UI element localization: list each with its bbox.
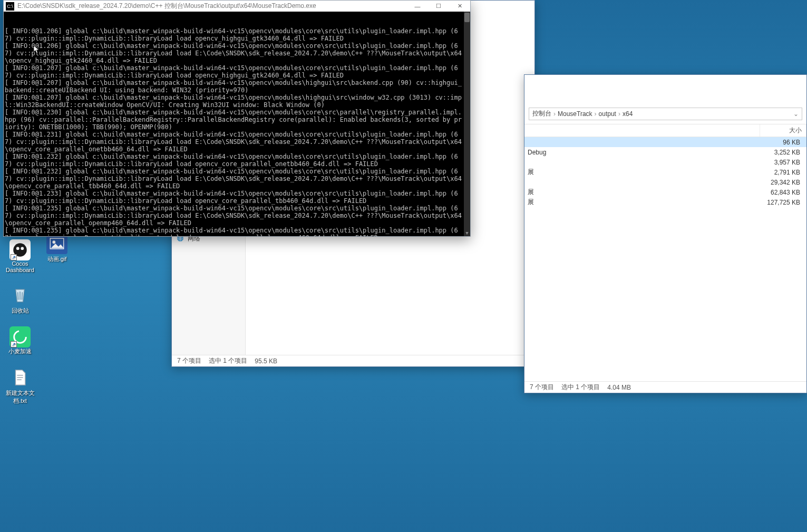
desktop-icon-gif[interactable]: 动画.gif	[41, 233, 73, 263]
console-window[interactable]: C:\ E:\Code\SNSDK\sdk_release_2024.7.20\…	[3, 0, 471, 237]
console-output[interactable]: [ INFO:0@1.206] global c:\build\master_w…	[4, 12, 470, 236]
scroll-thumb[interactable]	[464, 13, 470, 22]
shortcut-arrow-icon: ↗	[11, 254, 17, 260]
status-size: 95.5 KB	[255, 357, 277, 365]
console-text: [ INFO:0@1.206] global c:\build\master_w…	[5, 27, 469, 236]
maximize-button[interactable]: ☐	[428, 1, 449, 12]
chevron-down-icon[interactable]: ⌄	[793, 110, 799, 118]
breadcrumb-part[interactable]: 控制台	[532, 109, 551, 118]
table-row[interactable]: 96 KB	[524, 137, 806, 147]
table-row[interactable]: Debug3,252 KB	[524, 147, 806, 157]
cell-type: 展	[524, 188, 760, 197]
cell-size: 2,791 KB	[760, 169, 806, 176]
status-count: 7 个项目	[530, 383, 554, 392]
desktop-icon-newtxt[interactable]: 新建文本文 档.txt	[2, 367, 38, 405]
explorer-right-nav: 控制台› MouseTrack› output› x64 ⌄	[524, 103, 806, 124]
svg-point-10	[53, 240, 56, 244]
console-icon: C:\	[6, 2, 14, 11]
explorer-right-columns[interactable]: 大小	[524, 124, 806, 137]
cell-type: 展	[524, 168, 760, 177]
status-selected: 选中 1 个项目	[209, 356, 247, 365]
svg-point-6	[16, 247, 20, 250]
cell-type: 展	[524, 198, 760, 207]
textfile-icon	[9, 367, 31, 388]
column-header-size[interactable]: 大小	[760, 124, 806, 137]
table-row[interactable]: 3,957 KB	[524, 157, 806, 167]
icon-label: 小麦加速	[8, 347, 32, 355]
desktop-icon-xiaomai[interactable]: ↗ 小麦加速	[2, 326, 38, 355]
explorer-window-right[interactable]: 控制台› MouseTrack› output› x64 ⌄ 大小 96 KBD…	[524, 74, 807, 393]
explorer-right-ribbon	[524, 75, 806, 103]
cell-type: Debug	[524, 149, 760, 156]
icon-label: 新建文本文 档.txt	[6, 389, 35, 405]
desktop-icon-cocos[interactable]: ↗ Cocos Dashboard	[2, 239, 38, 273]
cell-size: 3,252 KB	[760, 149, 806, 156]
cell-size: 127,725 KB	[760, 199, 806, 206]
console-scrollbar[interactable]: ▲ ▼	[464, 12, 470, 236]
status-count: 7 个项目	[177, 356, 201, 365]
cell-size: 62,843 KB	[760, 189, 806, 196]
explorer-right-status: 7 个项目 选中 1 个项目 4.04 MB	[524, 381, 806, 393]
breadcrumb[interactable]: 控制台› MouseTrack› output› x64 ⌄	[529, 108, 802, 120]
close-button[interactable]: ✕	[449, 1, 470, 12]
minimize-button[interactable]: —	[407, 1, 428, 12]
console-title-text: E:\Code\SNSDK\sdk_release_2024.7.20\demo…	[17, 2, 407, 11]
console-titlebar[interactable]: C:\ E:\Code\SNSDK\sdk_release_2024.7.20\…	[4, 1, 470, 12]
explorer-right-list[interactable]: 96 KBDebug3,252 KB3,957 KB展2,791 KB29,34…	[524, 137, 806, 381]
status-size: 4.04 MB	[607, 384, 631, 391]
scroll-down-icon[interactable]: ▼	[464, 230, 470, 236]
icon-label: Cocos Dashboard	[6, 260, 34, 273]
status-selected: 选中 1 个项目	[561, 383, 600, 392]
table-row[interactable]: 展2,791 KB	[524, 167, 806, 177]
explorer-left-status: 7 个项目 选中 1 个项目 95.5 KB	[172, 355, 534, 366]
breadcrumb-part[interactable]: MouseTrack	[558, 110, 592, 118]
shortcut-arrow-icon: ↗	[11, 341, 17, 347]
svg-point-7	[21, 247, 24, 250]
table-row[interactable]: 展127,725 KB	[524, 197, 806, 207]
desktop-icon-recycle[interactable]: 回收站	[2, 285, 38, 315]
cell-size: 29,342 KB	[760, 179, 806, 186]
recycle-bin-icon	[9, 285, 31, 306]
table-row[interactable]: 29,342 KB	[524, 177, 806, 187]
icon-label: 回收站	[12, 307, 29, 315]
icon-label: 动画.gif	[47, 255, 67, 263]
table-row[interactable]: 展62,843 KB	[524, 187, 806, 197]
breadcrumb-part[interactable]: output	[599, 110, 616, 118]
cell-size: 3,957 KB	[760, 159, 806, 166]
breadcrumb-part[interactable]: x64	[623, 110, 633, 118]
cell-size: 96 KB	[760, 139, 806, 146]
